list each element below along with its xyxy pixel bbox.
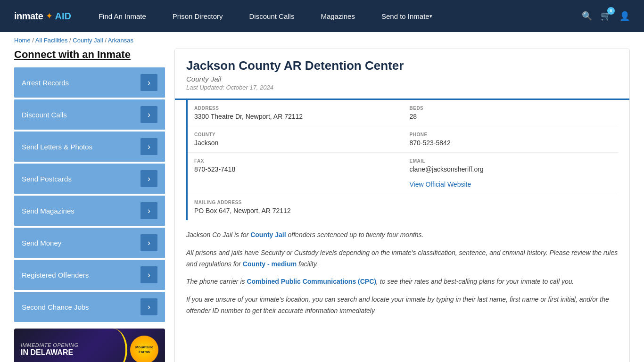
- fax-label: FAX: [194, 158, 396, 164]
- facility-subtitle: County Jail: [186, 75, 618, 83]
- sidebar-title: Connect with an Inmate: [14, 49, 165, 61]
- sidebar-item-postcards[interactable]: Send Postcards ›: [14, 164, 165, 194]
- nav-send-to-inmate[interactable]: Send to Inmate: [368, 0, 446, 32]
- cart-badge: 0: [607, 7, 615, 15]
- nav-discount-calls[interactable]: Discount Calls: [236, 0, 308, 32]
- facility-info-grid: ADDRESS 3300 Theatre Dr, Newport, AR 721…: [186, 100, 618, 220]
- facility-detail-card: Jackson County AR Detention Center Count…: [174, 49, 630, 362]
- site-logo[interactable]: inmate ✦ AID: [14, 11, 71, 22]
- logo-aid-text: AID: [55, 11, 71, 22]
- desc-para-4: If you are unsure of your inmate's locat…: [186, 294, 618, 317]
- county-value: Jackson: [194, 139, 396, 147]
- fax-cell: FAX 870-523-7418: [188, 153, 403, 194]
- user-icon[interactable]: 👤: [619, 11, 630, 21]
- facility-title: Jackson County AR Detention Center: [186, 58, 618, 73]
- phone-cell: PHONE 870-523-5842: [403, 126, 619, 153]
- ad-logo: Mountaire Farms: [130, 336, 158, 362]
- main-nav: Find An Inmate Prison Directory Discount…: [85, 0, 568, 32]
- sidebar-item-discount-calls[interactable]: Discount Calls ›: [14, 99, 165, 130]
- cart-icon[interactable]: 🛒 0: [601, 11, 611, 21]
- address-cell: ADDRESS 3300 Theatre Dr, Newport, AR 721…: [188, 100, 403, 126]
- desc3-bold: Combined Public Communications (CPC): [247, 278, 376, 285]
- facility-updated: Last Updated: October 17, 2024: [186, 84, 618, 91]
- beds-value: 28: [410, 113, 612, 120]
- sidebar-arrow-jobs: ›: [140, 298, 157, 315]
- nav-find-inmate[interactable]: Find An Inmate: [85, 0, 159, 32]
- sidebar-menu: Arrest Records › Discount Calls › Send L…: [14, 67, 165, 322]
- sidebar-arrow-magazines: ›: [140, 202, 157, 219]
- mailing-cell: MAILING ADDRESS PO Box 647, Newport, AR …: [188, 194, 403, 220]
- nav-prison-directory[interactable]: Prison Directory: [159, 0, 236, 32]
- nav-magazines[interactable]: Magazines: [307, 0, 368, 32]
- sidebar-item-letters-photos[interactable]: Send Letters & Photos ›: [14, 132, 165, 162]
- breadcrumb: Home / All Facilities / County Jail / Ar…: [0, 32, 644, 49]
- logo-inmate-text: inmate: [14, 11, 43, 22]
- sidebar: Connect with an Inmate Arrest Records › …: [14, 49, 165, 362]
- sidebar-arrow-arrest: ›: [140, 74, 157, 91]
- ad-banner[interactable]: Immediate Opening IN DELAWARE Mountaire …: [14, 329, 165, 362]
- desc-para-1: Jackson Co Jail is for County Jail offen…: [186, 230, 618, 241]
- beds-cell: BEDS 28: [403, 100, 619, 126]
- email-value: clane@jacksonsheriff.org: [410, 165, 612, 173]
- phone-label: PHONE: [410, 132, 612, 137]
- beds-label: BEDS: [410, 106, 612, 111]
- breadcrumb-arkansas[interactable]: Arkansas: [108, 37, 133, 44]
- address-label: ADDRESS: [194, 106, 396, 111]
- desc2-bold: County - medium: [243, 260, 297, 268]
- facility-header: Jackson County AR Detention Center Count…: [175, 49, 629, 100]
- sidebar-arrow-offenders: ›: [140, 266, 157, 283]
- fax-value: 870-523-7418: [194, 165, 396, 173]
- breadcrumb-home[interactable]: Home: [14, 37, 31, 44]
- sidebar-arrow-money: ›: [140, 234, 157, 251]
- desc-para-3: The phone carrier is Combined Public Com…: [186, 276, 618, 288]
- sidebar-arrow-discount: ›: [140, 106, 157, 123]
- facility-description: Jackson Co Jail is for County Jail offen…: [175, 230, 629, 333]
- ad-arc-decoration: [99, 329, 127, 362]
- desc-para-2: All prisons and jails have Security or C…: [186, 247, 618, 270]
- email-label: EMAIL: [410, 158, 612, 164]
- header-actions: 🔍 🛒 0 👤: [582, 11, 630, 21]
- site-header: inmate ✦ AID Find An Inmate Prison Direc…: [0, 0, 644, 32]
- mailing-label: MAILING ADDRESS: [194, 200, 396, 205]
- sidebar-item-magazines[interactable]: Send Magazines ›: [14, 196, 165, 226]
- county-cell: COUNTY Jackson: [188, 126, 403, 153]
- website-link[interactable]: View Official Website: [410, 181, 471, 188]
- sidebar-item-arrest-records[interactable]: Arrest Records ›: [14, 67, 165, 98]
- mailing-value: PO Box 647, Newport, AR 72112: [194, 207, 396, 214]
- sidebar-item-second-chance[interactable]: Second Chance Jobs ›: [14, 292, 165, 322]
- sidebar-arrow-letters: ›: [140, 138, 157, 155]
- sidebar-arrow-postcards: ›: [140, 170, 157, 187]
- phone-value: 870-523-5842: [410, 139, 612, 147]
- county-label: COUNTY: [194, 132, 396, 137]
- desc1-bold: County Jail: [250, 231, 286, 239]
- breadcrumb-county-jail[interactable]: County Jail: [73, 37, 103, 44]
- main-content: Connect with an Inmate Arrest Records › …: [0, 49, 644, 362]
- address-value: 3300 Theatre Dr, Newport, AR 72112: [194, 113, 396, 120]
- sidebar-item-registered-offenders[interactable]: Registered Offenders ›: [14, 260, 165, 290]
- sidebar-item-send-money[interactable]: Send Money ›: [14, 228, 165, 258]
- breadcrumb-all-facilities[interactable]: All Facilities: [35, 37, 68, 44]
- logo-star-icon: ✦: [46, 11, 53, 21]
- search-icon[interactable]: 🔍: [582, 11, 592, 21]
- empty-cell: [403, 194, 619, 220]
- email-cell: EMAIL clane@jacksonsheriff.org View Offi…: [403, 153, 619, 194]
